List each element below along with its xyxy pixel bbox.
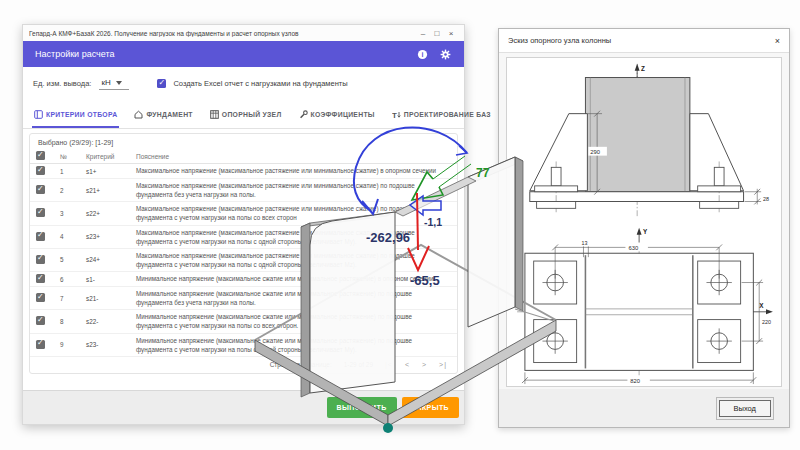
row-criterion: s24+ bbox=[86, 256, 136, 263]
row-description: Минимальное напряжение (максимальное сжа… bbox=[136, 336, 451, 354]
page-range: 1-29 of 29 bbox=[344, 361, 373, 368]
tab-coefficients[interactable]: КОЭФФИЦИЕНТЫ bbox=[297, 100, 377, 128]
row-criterion: s21+ bbox=[86, 187, 136, 194]
row-criterion: s22+ bbox=[86, 210, 136, 217]
dialog-footer: ВЫПОЛНИТЬ ЗАКРЫТЬ bbox=[23, 390, 464, 424]
selection-summary: Выбрано (29/29): [1-29] bbox=[30, 134, 457, 149]
row-checkbox[interactable] bbox=[36, 274, 45, 283]
home-icon bbox=[134, 110, 143, 119]
tab-bar: КРИТЕРИИ ОТБОРА ФУНДАМЕНТ ОПОРНЫЙ УЗЕЛ К… bbox=[23, 100, 464, 129]
table-row[interactable]: 6 s1- Минимальное напряжение (максимальн… bbox=[30, 272, 457, 287]
tab-selection-criteria[interactable]: КРИТЕРИИ ОТБОРА bbox=[32, 100, 119, 128]
row-num: 3 bbox=[60, 210, 86, 217]
prev-page-icon[interactable]: < bbox=[405, 361, 410, 368]
row-description: Максимальное напряжение (максимальное ра… bbox=[136, 181, 451, 199]
row-num: 7 bbox=[60, 295, 86, 302]
tab-base-design[interactable]: T ПРОЕКТИРОВАНИЕ БАЗ bbox=[390, 100, 493, 128]
content-area: Выбрано (29/29): [1-29] № Критерий Поясн… bbox=[23, 129, 464, 390]
row-description: Минимальное напряжение (максимальное сжа… bbox=[136, 274, 451, 283]
row-criterion: s1+ bbox=[86, 168, 136, 175]
wrench-icon bbox=[299, 110, 308, 119]
row-num: 6 bbox=[60, 276, 86, 283]
last-page-icon[interactable]: >| bbox=[439, 361, 447, 368]
table-row[interactable]: 7 s21- Минимальное напряжение (максималь… bbox=[30, 287, 457, 310]
row-checkbox[interactable] bbox=[36, 166, 45, 175]
row-checkbox[interactable] bbox=[36, 232, 45, 241]
row-description: Максимальное напряжение (максимальное ра… bbox=[136, 166, 451, 175]
close-button[interactable]: × bbox=[444, 29, 458, 38]
table-row[interactable]: 1 s1+ Максимальное напряжение (максималь… bbox=[30, 164, 457, 179]
criteria-list-icon bbox=[34, 110, 43, 119]
dialog-header: Настройки расчета i bbox=[23, 41, 464, 67]
row-checkbox[interactable] bbox=[36, 316, 45, 325]
table-row[interactable]: 8 s22- Минимальное напряжение (максималь… bbox=[30, 310, 457, 333]
desktop: Гепард-А КМФ+БазаК 2026. Получение нагру… bbox=[0, 0, 800, 450]
svg-text:i: i bbox=[422, 51, 424, 58]
row-criterion: s23- bbox=[86, 341, 136, 348]
row-checkbox[interactable] bbox=[36, 185, 45, 194]
table-row[interactable]: 5 s24+ Максимальное напряжение (максимал… bbox=[30, 249, 457, 272]
row-num: 2 bbox=[60, 187, 86, 194]
minimize-button[interactable]: – bbox=[416, 29, 430, 38]
window-title: Гепард-А КМФ+БазаК 2026. Получение нагру… bbox=[29, 30, 416, 37]
row-checkbox[interactable] bbox=[36, 340, 45, 349]
dim-plate-thickness: 28 bbox=[745, 189, 770, 205]
col-description: Пояснение bbox=[136, 153, 451, 160]
sketch-titlebar[interactable]: Эскиз опорного узла колонны × bbox=[499, 29, 789, 53]
table-row[interactable]: 9 s23- Минимальное напряжение (максималь… bbox=[30, 334, 457, 357]
svg-text:T: T bbox=[392, 110, 397, 119]
row-description: Минимальное напряжение (максимальное сжа… bbox=[136, 312, 451, 330]
maximize-button[interactable]: □ bbox=[430, 29, 444, 38]
dropdown-caret-icon bbox=[116, 81, 122, 85]
row-description: Максимальное напряжение (максимальное ра… bbox=[136, 251, 451, 269]
row-num: 5 bbox=[60, 256, 86, 263]
excel-report-checkbox[interactable] bbox=[157, 79, 166, 88]
svg-text:820: 820 bbox=[630, 378, 641, 384]
sketch-close-icon[interactable]: × bbox=[775, 36, 780, 46]
grid-icon bbox=[210, 110, 219, 119]
column-shaft bbox=[585, 78, 689, 192]
first-page-icon[interactable]: |< bbox=[385, 361, 393, 368]
table-row[interactable]: 2 s21+ Максимальное напряжение (максимал… bbox=[30, 179, 457, 202]
table-row[interactable]: 4 s23+ Максимальное напряжение (максимал… bbox=[30, 226, 457, 249]
sketch-title: Эскиз опорного узла колонны bbox=[508, 36, 775, 45]
row-description: Максимальное напряжение (максимальное ра… bbox=[136, 228, 451, 246]
exit-button[interactable]: Выход bbox=[719, 400, 771, 417]
row-checkbox[interactable] bbox=[36, 208, 45, 217]
close-dialog-button[interactable]: ЗАКРЫТЬ bbox=[402, 397, 459, 418]
tab-support-node[interactable]: ОПОРНЫЙ УЗЕЛ bbox=[208, 100, 284, 128]
base-plate-elevation bbox=[530, 192, 744, 202]
units-select[interactable]: кН bbox=[99, 77, 129, 90]
table-header: № Критерий Пояснение bbox=[30, 149, 457, 164]
settings-window: Гепард-А КМФ+БазаК 2026. Получение нагру… bbox=[22, 24, 465, 425]
units-value: кН bbox=[101, 78, 110, 87]
row-criterion: s21- bbox=[86, 295, 136, 302]
col-criterion: Критерий bbox=[86, 153, 136, 160]
svg-text:290: 290 bbox=[590, 149, 601, 155]
rows-per-page-label: Строка на странице: bbox=[270, 361, 332, 368]
svg-text:220: 220 bbox=[762, 319, 771, 325]
tab-foundation[interactable]: ФУНДАМЕНТ bbox=[132, 100, 194, 128]
run-button[interactable]: ВЫПОЛНИТЬ bbox=[327, 397, 397, 418]
z-axis-arrow-icon bbox=[635, 64, 640, 71]
row-checkbox[interactable] bbox=[36, 255, 45, 264]
row-num: 9 bbox=[60, 341, 86, 348]
row-checkbox[interactable] bbox=[36, 293, 45, 302]
info-icon[interactable]: i bbox=[416, 48, 429, 61]
gear-icon[interactable] bbox=[439, 48, 452, 61]
row-criterion: s23+ bbox=[86, 233, 136, 240]
select-all-checkbox[interactable] bbox=[36, 151, 45, 160]
column-base-drawing: Z bbox=[507, 58, 781, 386]
window-titlebar[interactable]: Гепард-А КМФ+БазаК 2026. Получение нагру… bbox=[23, 25, 464, 41]
svg-text:630: 630 bbox=[628, 245, 639, 251]
units-label: Ед. изм. вывода: bbox=[33, 79, 91, 88]
row-criterion: s1- bbox=[86, 276, 136, 283]
y-axis-arrow-icon bbox=[637, 228, 642, 235]
col-num: № bbox=[60, 153, 86, 160]
text-sort-icon: T bbox=[392, 110, 401, 119]
table-row[interactable]: 3 s22+ Максимальное напряжение (максимал… bbox=[30, 202, 457, 225]
dialog-title: Настройки расчета bbox=[35, 49, 406, 59]
row-num: 1 bbox=[60, 168, 86, 175]
next-page-icon[interactable]: > bbox=[422, 361, 427, 368]
drawing-area: Z bbox=[506, 57, 782, 387]
